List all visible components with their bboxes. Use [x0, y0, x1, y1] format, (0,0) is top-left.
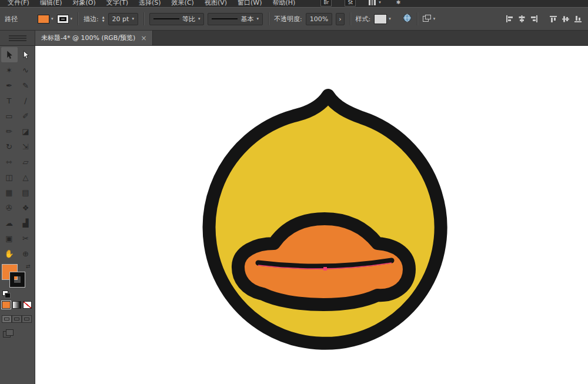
shape-builder-tool[interactable]: ◫: [1, 169, 18, 185]
symbol-sprayer-tool[interactable]: ☁: [1, 215, 18, 231]
swap-fill-stroke-icon[interactable]: ⇄: [26, 263, 31, 269]
recolor-artwork-button[interactable]: [403, 14, 412, 24]
curvature-tool[interactable]: ✎: [18, 78, 34, 93]
tool-grid: ✶∿✒✎T∕▭✐✏◪↻⇲⇿▱◫△▦▤✇❖☁▟▣✂✋⊕: [0, 46, 35, 261]
chevron-down-icon: ▾: [256, 16, 259, 21]
workspace-icon[interactable]: ✱: [396, 0, 401, 5]
artboard-tool[interactable]: ▣: [1, 231, 18, 246]
control-bar: 路径 ▾ ▾ 描边: ▲ ▼ 20 pt ▾ 等比 ▾ 基本 ▾: [0, 7, 588, 31]
chevron-down-icon: ▾: [132, 16, 134, 21]
free-transform-tool[interactable]: ▱: [18, 154, 34, 169]
paintbrush-tool[interactable]: ✐: [18, 108, 34, 123]
rotate-tool[interactable]: ↻: [1, 139, 18, 154]
vertical-align-top-icon[interactable]: [550, 15, 557, 22]
fill-stroke-indicator: ⇄: [2, 265, 34, 299]
stroke-weight-field[interactable]: 20 pt ▾: [108, 13, 138, 25]
menu-object[interactable]: 对象(O): [67, 0, 101, 7]
arrange-icon: [423, 15, 431, 24]
selection-tool[interactable]: [1, 47, 18, 62]
menu-help[interactable]: 帮助(H): [267, 0, 300, 7]
lasso-tool[interactable]: ∿: [18, 62, 34, 78]
stroke-color-swatch: [57, 15, 69, 24]
rectangle-tool[interactable]: ▭: [1, 108, 18, 123]
brush-definition-dropdown[interactable]: 基本 ▾: [208, 13, 263, 25]
menu-window[interactable]: 窗口(W): [232, 0, 267, 7]
artwork-svg: [35, 46, 588, 384]
screen-mode-button[interactable]: [3, 329, 14, 340]
blend-tool[interactable]: ❖: [18, 200, 34, 215]
tab-close-button[interactable]: ×: [141, 34, 146, 42]
chevron-down-icon: ▾: [51, 16, 54, 21]
workspace-columns-icon[interactable]: [369, 0, 376, 5]
menu-view[interactable]: 视图(V): [199, 0, 232, 7]
menu-type[interactable]: 文字(T): [101, 0, 133, 7]
menubar: 文件(F)编辑(E)对象(O)文字(T)选择(S)效果(C)视图(V)窗口(W)…: [0, 0, 588, 7]
stroke-weight-value: 20 pt: [112, 15, 129, 23]
stroke-swatch[interactable]: [10, 272, 25, 287]
none-mode-button[interactable]: [23, 301, 32, 309]
chevron-down-icon: ▾: [71, 16, 73, 21]
stroke-weight-stepper[interactable]: ▲ ▼: [102, 15, 105, 22]
zoom-tool[interactable]: ⊕: [18, 246, 34, 261]
column-graph-tool[interactable]: ▟: [18, 215, 34, 231]
menu-file[interactable]: 文件(F): [2, 0, 35, 7]
vertical-align-middle-icon[interactable]: [562, 15, 570, 22]
gradient-tool[interactable]: ▤: [18, 185, 34, 200]
eyedropper-tool[interactable]: ✇: [1, 200, 18, 215]
chevron-down-icon[interactable]: ▾: [379, 0, 381, 5]
width-profile-value: 等比: [182, 15, 195, 24]
chevron-down-icon: ▾: [389, 16, 391, 21]
width-profile-dropdown[interactable]: 等比 ▾: [149, 13, 205, 25]
toolbar-dock-header[interactable]: [0, 31, 35, 45]
brush-line-preview: [212, 18, 238, 19]
pencil-tool[interactable]: ✏: [1, 123, 18, 139]
perspective-grid-tool[interactable]: △: [18, 169, 34, 185]
menu-select[interactable]: 选择(S): [133, 0, 166, 7]
scale-tool[interactable]: ⇲: [18, 139, 34, 154]
stepper-down-icon[interactable]: ▼: [102, 19, 105, 22]
type-tool[interactable]: T: [1, 93, 18, 108]
opacity-options-button[interactable]: ›: [336, 13, 344, 25]
color-mode-group: [2, 301, 32, 309]
globe-icon: [403, 14, 412, 24]
brush-definition-value: 基本: [240, 15, 253, 24]
document-tab[interactable]: 未标题-4* @ 100% (RGB/预览) ×: [35, 31, 153, 45]
default-fill-stroke-icon[interactable]: [2, 290, 11, 298]
hand-tool[interactable]: ✋: [1, 246, 18, 261]
canvas[interactable]: [35, 46, 588, 384]
pen-tool[interactable]: ✒: [1, 78, 18, 93]
eraser-tool[interactable]: ◪: [18, 123, 34, 139]
style-swatch-button[interactable]: ▾: [374, 14, 391, 24]
color-mode-button[interactable]: [2, 301, 11, 309]
path-anchor-point[interactable]: [323, 267, 327, 271]
slice-tool[interactable]: ✂: [18, 231, 34, 246]
magic-wand-tool[interactable]: ✶: [1, 62, 18, 78]
draw-normal-button[interactable]: [2, 315, 12, 323]
br-button[interactable]: Br: [320, 0, 332, 6]
horizontal-align-center-icon[interactable]: [518, 15, 526, 22]
vertical-align-bottom-icon[interactable]: [574, 15, 582, 22]
opacity-field[interactable]: 100%: [306, 13, 332, 25]
panel-grabber-icon: [9, 35, 26, 41]
arrange-button[interactable]: ▾: [423, 15, 436, 24]
align-icons-group: [506, 15, 583, 22]
screen-mode-icon: [3, 332, 14, 340]
draw-modes-group: [2, 315, 32, 323]
fill-color-button[interactable]: ▾: [38, 15, 54, 24]
direct-selection-tool[interactable]: [18, 47, 34, 62]
toolbar-panel: ✶∿✒✎T∕▭✐✏◪↻⇲⇿▱◫△▦▤✇❖☁▟▣✂✋⊕ ⇄: [0, 46, 35, 384]
horizontal-align-left-icon[interactable]: [506, 15, 513, 22]
draw-inside-button[interactable]: [22, 315, 32, 323]
mesh-tool[interactable]: ▦: [1, 185, 18, 200]
width-tool[interactable]: ⇿: [1, 154, 18, 169]
draw-behind-button[interactable]: [12, 315, 22, 323]
chevron-down-icon: ▾: [198, 16, 201, 21]
menu-effect[interactable]: 效果(C): [166, 0, 199, 7]
menu-edit[interactable]: 编辑(E): [35, 0, 68, 7]
stroke-color-button[interactable]: ▾: [57, 15, 73, 24]
gradient-mode-button[interactable]: [12, 301, 21, 309]
horizontal-align-right-icon[interactable]: [530, 15, 538, 22]
st-button[interactable]: St: [345, 0, 356, 6]
line-segment-tool[interactable]: ∕: [18, 93, 34, 108]
menu-items: 文件(F)编辑(E)对象(O)文字(T)选择(S)效果(C)视图(V)窗口(W)…: [2, 0, 300, 7]
